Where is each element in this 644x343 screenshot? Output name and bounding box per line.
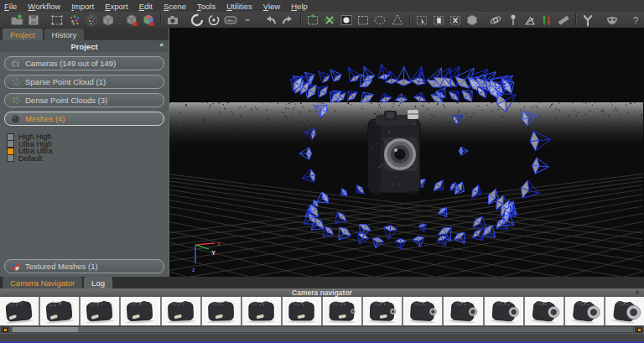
camera-thumbnail[interactable] bbox=[121, 297, 159, 325]
scroll-left-button[interactable] bbox=[1, 326, 9, 333]
camera-thumbnail[interactable] bbox=[0, 297, 39, 325]
move-gizmo-icon[interactable] bbox=[523, 13, 537, 27]
project-panel: ProjectHistory Project × Cameras (149 ou… bbox=[0, 28, 169, 277]
toolbar-separator bbox=[44, 14, 46, 25]
menu-tools[interactable]: Tools bbox=[197, 2, 216, 11]
svg-text:Y: Y bbox=[211, 249, 216, 257]
mesh-layer-list: High HighUltra HighUltra UltraDefault bbox=[7, 133, 164, 162]
tree-item-dense[interactable]: Dense Point Clouds (3) bbox=[4, 93, 164, 107]
svg-text:MASQ: MASQ bbox=[226, 19, 236, 23]
sparse-item-icon bbox=[11, 77, 20, 87]
tree-item-meshes[interactable]: Meshes (4) bbox=[4, 112, 164, 126]
mesh-item-icon bbox=[11, 114, 20, 124]
bottom-panel-tabs: Camera NavigatorLog bbox=[0, 277, 644, 288]
mask-icon[interactable] bbox=[605, 13, 618, 27]
menu-workflow[interactable]: Workflow bbox=[28, 2, 60, 11]
textured-mesh-icon[interactable] bbox=[125, 13, 138, 27]
tab-camera-navigator[interactable]: Camera Navigator bbox=[3, 277, 82, 288]
tree-item-label: Dense Point Clouds (3) bbox=[25, 96, 107, 105]
camera-thumbnail[interactable] bbox=[363, 297, 402, 325]
camera-thumbnail[interactable] bbox=[242, 297, 281, 325]
mesh-layer-checkbox[interactable] bbox=[7, 154, 14, 162]
select-poly-icon[interactable] bbox=[391, 13, 404, 27]
wrench-icon[interactable] bbox=[581, 13, 595, 27]
scroll-right-button[interactable] bbox=[635, 326, 643, 333]
bounding-box-icon[interactable] bbox=[50, 13, 64, 27]
dense-cloud-icon[interactable] bbox=[85, 13, 98, 27]
scrollbar-thumb[interactable] bbox=[13, 327, 78, 332]
menu-file[interactable]: File bbox=[4, 2, 17, 11]
masquerade-icon[interactable]: MASQ bbox=[224, 13, 237, 27]
svg-text:x: x bbox=[217, 241, 221, 247]
camera-icon[interactable] bbox=[166, 13, 179, 27]
select-rect-icon[interactable] bbox=[356, 13, 370, 27]
camera-thumbnail[interactable] bbox=[162, 297, 200, 325]
toolbar-separator bbox=[300, 13, 301, 26]
scrollbar-track[interactable] bbox=[10, 326, 634, 333]
toolbar-separator bbox=[409, 13, 410, 26]
menu-scene[interactable]: Scene bbox=[164, 2, 186, 11]
overflow-dash-icon[interactable] bbox=[241, 13, 254, 27]
close-icon[interactable]: × bbox=[636, 288, 639, 297]
help-icon[interactable]: ? bbox=[629, 13, 642, 27]
camera-thumbnail[interactable] bbox=[202, 297, 241, 325]
select-lasso-icon[interactable] bbox=[373, 13, 387, 27]
colored-mesh-icon[interactable] bbox=[142, 13, 155, 27]
sparse-cloud-icon[interactable] bbox=[67, 13, 80, 27]
open-project-icon[interactable] bbox=[10, 13, 23, 27]
ruler-icon[interactable] bbox=[557, 13, 570, 27]
camera-thumbnail[interactable] bbox=[80, 297, 119, 325]
toolbar-separator bbox=[119, 14, 121, 25]
toolbar-separator bbox=[600, 14, 601, 25]
camera-thumbnail[interactable] bbox=[485, 297, 523, 325]
select-rect-remove-icon[interactable] bbox=[323, 13, 336, 27]
camera-thumbnail[interactable] bbox=[565, 297, 604, 325]
close-icon[interactable]: × bbox=[159, 41, 164, 49]
selection-copy-icon[interactable] bbox=[432, 13, 445, 27]
tree-item-cameras[interactable]: Cameras (149 out of 149) bbox=[4, 56, 164, 70]
viewport-3d[interactable]: x Y z bbox=[169, 28, 644, 277]
pin-icon[interactable] bbox=[506, 13, 520, 27]
menu-view[interactable]: View bbox=[263, 2, 280, 11]
mesh-layer-label: Default bbox=[18, 154, 43, 163]
tree-item-sparse[interactable]: Sparse Point Cloud (1) bbox=[4, 75, 164, 89]
select-invert-icon[interactable] bbox=[340, 13, 353, 27]
camera-thumbnail[interactable] bbox=[444, 297, 482, 325]
camera-thumbnail[interactable] bbox=[40, 297, 79, 325]
camera-thumbnail[interactable] bbox=[323, 297, 361, 325]
tab-log[interactable]: Log bbox=[84, 277, 112, 288]
menu-export[interactable]: Export bbox=[105, 2, 127, 11]
menu-edit[interactable]: Edit bbox=[139, 2, 153, 11]
orbit-gizmo-icon[interactable] bbox=[489, 13, 502, 27]
thumbnail-scrollbar[interactable] bbox=[0, 325, 644, 334]
mesh-layer-row: Default bbox=[7, 155, 164, 163]
menu-help[interactable]: Help bbox=[291, 2, 308, 11]
select-rect-add-icon[interactable] bbox=[305, 13, 319, 27]
transform-arrows-icon[interactable] bbox=[540, 13, 553, 27]
camera-thumbnail[interactable] bbox=[283, 297, 321, 325]
tab-project[interactable]: Project bbox=[3, 29, 43, 40]
camera-thumbnail[interactable] bbox=[605, 297, 644, 325]
application-window: FileWorkflowImportExportEditSceneToolsUt… bbox=[0, 0, 644, 343]
camera-thumbnail[interactable] bbox=[525, 297, 564, 325]
tab-history[interactable]: History bbox=[44, 29, 85, 40]
status-bar bbox=[0, 334, 644, 343]
selection-delete-icon[interactable] bbox=[449, 13, 462, 27]
rotate-center-icon[interactable] bbox=[207, 13, 221, 27]
orbit-mode-icon[interactable] bbox=[190, 13, 203, 27]
project-panel-tabs: ProjectHistory bbox=[0, 28, 169, 40]
scroll-right-icon bbox=[637, 328, 641, 332]
toolbar-separator bbox=[483, 14, 485, 25]
toolbar-separator bbox=[623, 14, 625, 25]
redo-icon[interactable] bbox=[281, 13, 294, 27]
menu-import[interactable]: Import bbox=[71, 2, 94, 11]
undo-icon[interactable] bbox=[264, 13, 278, 27]
camera-navigator-title: Camera navigator bbox=[292, 288, 352, 297]
select-cursor-icon[interactable] bbox=[415, 13, 428, 27]
menu-utilities[interactable]: Utilities bbox=[226, 2, 252, 11]
tree-item-textured-meshes[interactable]: Textured Meshes (1) bbox=[4, 259, 164, 273]
mesh-icon[interactable] bbox=[101, 13, 115, 27]
camera-thumbnail[interactable] bbox=[403, 297, 442, 325]
save-project-icon[interactable] bbox=[27, 13, 40, 27]
solid-cube-icon[interactable] bbox=[465, 13, 479, 27]
